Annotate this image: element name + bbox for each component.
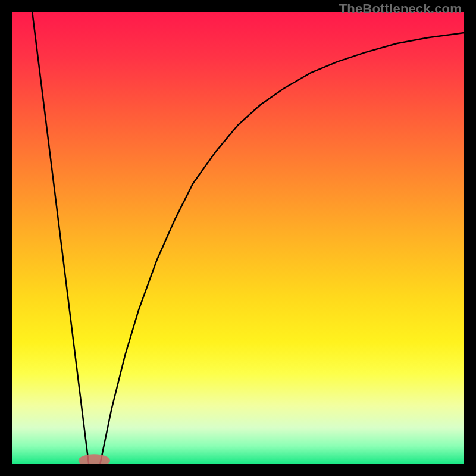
chart-svg: [12, 12, 464, 464]
watermark-text: TheBottleneck.com: [339, 1, 462, 17]
plot-area: [12, 12, 464, 464]
chart-frame: TheBottleneck.com: [0, 0, 476, 476]
